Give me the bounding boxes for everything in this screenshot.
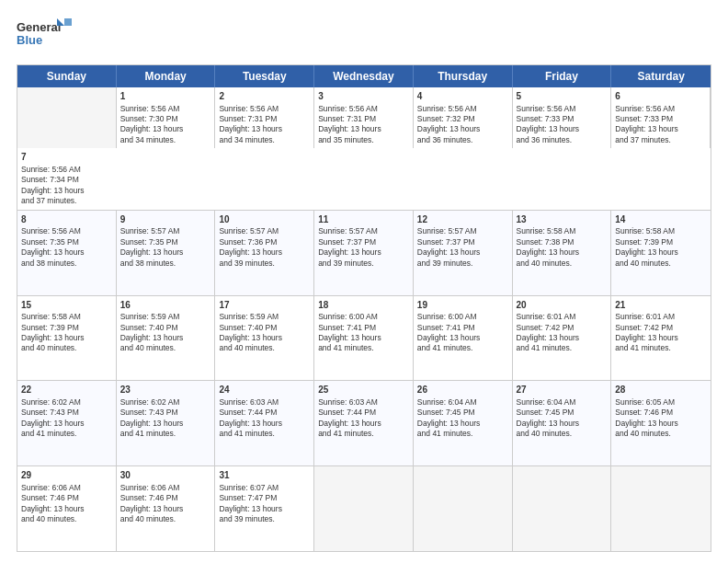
cal-cell-2: 2Sunrise: 5:56 AMSunset: 7:31 PMDaylight… [215,87,314,148]
day-number: 4 [417,90,508,103]
cal-cell-9: 9Sunrise: 5:57 AMSunset: 7:35 PMDaylight… [117,211,216,295]
cal-cell-11: 11Sunrise: 5:57 AMSunset: 7:37 PMDayligh… [314,211,414,295]
day-number: 15 [21,299,112,312]
calendar-row-1: 1Sunrise: 5:56 AMSunset: 7:30 PMDaylight… [17,87,711,210]
cal-cell-empty [414,466,513,551]
cal-cell-20: 20Sunrise: 6:01 AMSunset: 7:42 PMDayligh… [513,296,612,381]
calendar-header: SundayMondayTuesdayWednesdayThursdayFrid… [17,65,711,87]
logo: General Blue [17,17,72,55]
calendar-row-2: 8Sunrise: 5:56 AMSunset: 7:35 PMDaylight… [17,210,711,295]
day-number: 30 [120,469,211,482]
day-number: 19 [417,299,508,312]
day-number: 13 [517,213,608,226]
header-thursday: Thursday [414,65,513,87]
cal-cell-25: 25Sunrise: 6:03 AMSunset: 7:44 PMDayligh… [314,381,414,465]
page: General Blue SundayMondayTuesdayWednesda… [0,0,728,563]
day-number: 11 [318,213,409,226]
day-number: 18 [318,299,409,312]
cal-cell-22: 22Sunrise: 6:02 AMSunset: 7:43 PMDayligh… [17,381,117,465]
day-number: 28 [615,384,707,396]
cal-cell-14: 14Sunrise: 5:58 AMSunset: 7:39 PMDayligh… [611,211,711,295]
calendar: SundayMondayTuesdayWednesdayThursdayFrid… [17,64,711,552]
day-number: 31 [219,469,310,482]
day-number: 1 [120,90,211,103]
cal-cell-17: 17Sunrise: 5:59 AMSunset: 7:40 PMDayligh… [215,296,314,381]
cal-cell-23: 23Sunrise: 6:02 AMSunset: 7:43 PMDayligh… [117,381,216,465]
day-number: 10 [219,213,310,226]
day-number: 29 [21,469,112,482]
cal-cell-7: 7Sunrise: 5:56 AMSunset: 7:34 PMDaylight… [17,148,117,209]
day-number: 27 [517,384,608,396]
header-monday: Monday [117,65,216,87]
day-number: 6 [615,90,706,103]
header-wednesday: Wednesday [314,65,414,87]
cal-cell-31: 31Sunrise: 6:07 AMSunset: 7:47 PMDayligh… [215,466,314,551]
cal-cell-12: 12Sunrise: 5:57 AMSunset: 7:37 PMDayligh… [414,211,513,295]
day-number: 16 [120,299,211,312]
cal-cell-6: 6Sunrise: 5:56 AMSunset: 7:33 PMDaylight… [611,87,711,148]
day-number: 25 [318,384,409,396]
day-number: 20 [517,299,608,312]
header-saturday: Saturday [611,65,711,87]
cal-cell-19: 19Sunrise: 6:00 AMSunset: 7:41 PMDayligh… [414,296,513,381]
cal-cell-13: 13Sunrise: 5:58 AMSunset: 7:38 PMDayligh… [513,211,612,295]
header: General Blue [17,17,711,55]
day-number: 24 [219,384,310,396]
calendar-body: 1Sunrise: 5:56 AMSunset: 7:30 PMDaylight… [17,87,711,551]
day-number: 22 [21,384,112,396]
day-number: 26 [417,384,508,396]
calendar-row-4: 22Sunrise: 6:02 AMSunset: 7:43 PMDayligh… [17,380,711,465]
svg-text:General: General [17,20,61,34]
svg-text:Blue: Blue [17,33,42,47]
calendar-row-5: 29Sunrise: 6:06 AMSunset: 7:46 PMDayligh… [17,465,711,551]
cal-cell-30: 30Sunrise: 6:06 AMSunset: 7:46 PMDayligh… [117,466,216,551]
day-number: 3 [318,90,409,103]
cal-cell-empty [314,466,414,551]
cal-cell-10: 10Sunrise: 5:57 AMSunset: 7:36 PMDayligh… [215,211,314,295]
day-number: 17 [219,299,310,312]
cal-cell-empty [611,466,711,551]
day-number: 14 [615,213,707,226]
cal-cell-empty [17,87,117,148]
day-number: 23 [120,384,211,396]
day-number: 5 [517,90,608,103]
cal-cell-5: 5Sunrise: 5:56 AMSunset: 7:33 PMDaylight… [513,87,612,148]
cal-cell-16: 16Sunrise: 5:59 AMSunset: 7:40 PMDayligh… [117,296,216,381]
cal-cell-29: 29Sunrise: 6:06 AMSunset: 7:46 PMDayligh… [17,466,117,551]
header-friday: Friday [513,65,612,87]
cal-cell-28: 28Sunrise: 6:05 AMSunset: 7:46 PMDayligh… [611,381,711,465]
cal-cell-21: 21Sunrise: 6:01 AMSunset: 7:42 PMDayligh… [611,296,711,381]
header-tuesday: Tuesday [215,65,314,87]
calendar-row-3: 15Sunrise: 5:58 AMSunset: 7:39 PMDayligh… [17,295,711,381]
logo-svg: General Blue [17,17,72,55]
svg-marker-3 [64,18,72,26]
cal-cell-18: 18Sunrise: 6:00 AMSunset: 7:41 PMDayligh… [314,296,414,381]
cal-cell-3: 3Sunrise: 5:56 AMSunset: 7:31 PMDaylight… [314,87,414,148]
cal-cell-empty [513,466,612,551]
day-number: 21 [615,299,707,312]
cal-cell-15: 15Sunrise: 5:58 AMSunset: 7:39 PMDayligh… [17,296,117,381]
cal-cell-8: 8Sunrise: 5:56 AMSunset: 7:35 PMDaylight… [17,211,117,295]
cal-cell-1: 1Sunrise: 5:56 AMSunset: 7:30 PMDaylight… [117,87,216,148]
day-number: 8 [21,213,112,226]
day-number: 2 [219,90,310,103]
logo-graphic: General Blue [17,17,72,55]
cal-cell-4: 4Sunrise: 5:56 AMSunset: 7:32 PMDaylight… [414,87,513,148]
day-number: 9 [120,213,211,226]
cal-cell-27: 27Sunrise: 6:04 AMSunset: 7:45 PMDayligh… [513,381,612,465]
day-number: 12 [417,213,508,226]
cal-cell-24: 24Sunrise: 6:03 AMSunset: 7:44 PMDayligh… [215,381,314,465]
day-number: 7 [21,151,113,164]
header-sunday: Sunday [17,65,117,87]
cal-cell-26: 26Sunrise: 6:04 AMSunset: 7:45 PMDayligh… [414,381,513,465]
